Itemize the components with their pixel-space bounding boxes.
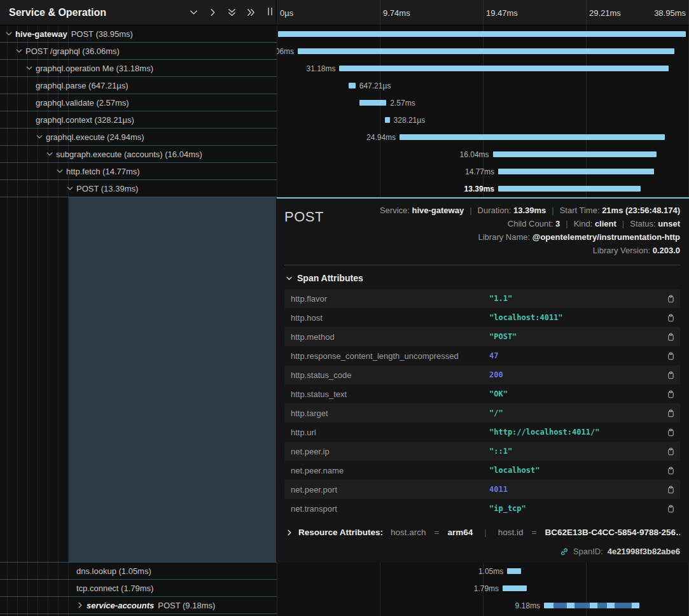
double-chevron-down-icon[interactable] bbox=[227, 8, 237, 17]
span-meta: Service: hive-gateway|Duration: 13.39ms|… bbox=[380, 204, 680, 257]
copy-icon[interactable] bbox=[664, 313, 675, 323]
copy-icon[interactable] bbox=[664, 485, 675, 494]
span-row: hive-gatewayPOST (38.95ms) bbox=[0, 25, 689, 43]
meta-label: Service: bbox=[380, 206, 412, 215]
resource-equals: = bbox=[435, 528, 440, 537]
span-duration-bar[interactable] bbox=[544, 603, 639, 608]
copy-icon[interactable] bbox=[664, 351, 675, 361]
chevron-right-icon[interactable] bbox=[76, 601, 87, 609]
attribute-row: http.target"/" bbox=[284, 403, 680, 423]
resource-key: host.id bbox=[498, 528, 524, 537]
span-timeline-cell: 1.05ms bbox=[277, 563, 689, 580]
chevron-right-icon[interactable] bbox=[208, 8, 218, 17]
span-duration-bar[interactable] bbox=[339, 66, 668, 71]
link-icon[interactable] bbox=[560, 547, 569, 556]
chevron-down-icon[interactable] bbox=[46, 150, 56, 158]
service-name: service-accounts bbox=[87, 601, 154, 610]
span-duration-bar[interactable] bbox=[278, 31, 686, 37]
span-duration-bar[interactable] bbox=[498, 186, 641, 192]
span-meta-line: Library Version: 0.203.0 bbox=[380, 244, 680, 257]
tick-label: 9.74ms bbox=[383, 8, 410, 17]
operation-label: subgraph.execute (accounts) (16.04ms) bbox=[56, 150, 202, 159]
resource-separator: | bbox=[484, 528, 487, 537]
span-duration-bar[interactable] bbox=[498, 169, 654, 174]
copy-icon[interactable] bbox=[664, 389, 675, 399]
span-name-cell[interactable]: graphql.validate (2.57ms) bbox=[0, 94, 277, 111]
meta-value: client bbox=[595, 219, 616, 228]
span-name-cell[interactable]: http.fetch (14.77ms) bbox=[0, 163, 277, 180]
span-name-cell[interactable]: hive-gatewayPOST (38.95ms) bbox=[0, 25, 277, 43]
chevron-down-icon[interactable] bbox=[66, 185, 76, 192]
span-timeline-cell: 9.18ms bbox=[277, 597, 689, 614]
column-resize-handle[interactable] bbox=[268, 8, 272, 15]
attribute-row: http.method"POST" bbox=[284, 327, 680, 346]
copy-icon[interactable] bbox=[664, 466, 675, 475]
chevron-down-icon[interactable] bbox=[5, 30, 15, 38]
copy-icon[interactable] bbox=[664, 332, 675, 342]
attribute-row: net.peer.name"localhost" bbox=[284, 461, 680, 480]
span-duration-label: 647.21µs bbox=[359, 81, 391, 90]
copy-icon[interactable] bbox=[664, 409, 675, 418]
resource-value: arm64 bbox=[447, 528, 473, 537]
attribute-value: "POST" bbox=[489, 332, 664, 341]
copy-icon[interactable] bbox=[664, 294, 675, 304]
span-name-cell[interactable]: graphql.parse (647.21µs) bbox=[0, 77, 277, 94]
span-name-cell[interactable]: POST /graphql (36.06ms) bbox=[0, 43, 277, 60]
span-title: POST bbox=[284, 204, 324, 225]
span-duration-bar[interactable] bbox=[493, 151, 657, 157]
span-duration-bar[interactable] bbox=[298, 48, 674, 54]
copy-icon[interactable] bbox=[664, 428, 675, 437]
chevron-down-icon[interactable] bbox=[25, 64, 36, 72]
attribute-value: "localhost:4011" bbox=[489, 313, 664, 322]
span-duration-bar[interactable] bbox=[400, 134, 665, 140]
tick-label: 38.95ms bbox=[654, 8, 686, 17]
span-meta-line: Child Count: 3|Kind: client|Status: unse… bbox=[380, 217, 680, 230]
operation-label: graphql.parse (647.21µs) bbox=[36, 81, 129, 90]
span-attributes-toggle[interactable]: Span Attributes bbox=[286, 273, 680, 283]
meta-label: Start Time: bbox=[560, 206, 602, 215]
span-name-cell[interactable]: graphql.context (328.21µs) bbox=[0, 111, 277, 129]
span-duration-bar[interactable] bbox=[385, 117, 389, 123]
span-name-cell[interactable]: graphql.operation Me (31.18ms) bbox=[0, 60, 277, 77]
detail-divider bbox=[284, 265, 680, 265]
resource-attributes-toggle[interactable]: Resource Attributes:host.arch=arm64|host… bbox=[284, 528, 680, 537]
span-name-cell[interactable]: subgraph.execute (accounts) (16.04ms) bbox=[0, 146, 277, 163]
double-chevron-right-icon[interactable] bbox=[246, 8, 256, 17]
span-name-cell[interactable]: graphql.execute (24.94ms) bbox=[0, 129, 277, 146]
meta-separator: | bbox=[470, 206, 471, 215]
span-timeline-cell: 24.94ms bbox=[277, 129, 689, 146]
span-duration-bar[interactable] bbox=[359, 100, 387, 106]
chevron-down-icon[interactable] bbox=[189, 8, 198, 17]
meta-label: Status: bbox=[630, 219, 658, 228]
attribute-value: "1.1" bbox=[489, 294, 664, 303]
resource-key: host.arch bbox=[391, 528, 426, 537]
chevron-down-icon[interactable] bbox=[56, 167, 66, 175]
span-meta-line: Library Name: @opentelemetry/instrumenta… bbox=[380, 230, 680, 244]
span-timeline-cell: 328.21µs bbox=[277, 111, 689, 129]
span-duration-label: 328.21µs bbox=[394, 116, 426, 125]
span-name-cell[interactable]: service-accountsPOST (9.18ms) bbox=[0, 597, 277, 614]
span-detail-panel: POST Service: hive-gateway|Duration: 13.… bbox=[277, 197, 689, 563]
meta-value: 0.203.0 bbox=[653, 246, 680, 255]
copy-icon[interactable] bbox=[664, 504, 675, 514]
meta-value: unset bbox=[658, 219, 680, 228]
span-duration-label: 24.94ms bbox=[366, 133, 396, 142]
copy-icon[interactable] bbox=[664, 370, 675, 380]
span-duration-bar[interactable] bbox=[507, 568, 520, 574]
meta-value: 3 bbox=[555, 219, 560, 228]
span-name-cell[interactable]: dns.lookup (1.05ms) bbox=[0, 563, 277, 580]
span-duration-bar[interactable] bbox=[503, 585, 527, 591]
resource-equals: = bbox=[532, 528, 537, 537]
chevron-down-icon[interactable] bbox=[15, 47, 25, 55]
operation-label: graphql.operation Me (31.18ms) bbox=[36, 64, 153, 73]
span-name-cell[interactable]: POST (13.39ms) bbox=[0, 180, 277, 197]
span-name-cell[interactable]: tcp.connect (1.79ms) bbox=[0, 580, 277, 597]
attribute-row: http.host"localhost:4011" bbox=[284, 308, 680, 327]
span-duration-bar[interactable] bbox=[349, 83, 356, 88]
attribute-row: http.status_code200 bbox=[284, 365, 680, 384]
span-row: graphql.execute (24.94ms)24.94ms bbox=[0, 129, 689, 146]
chevron-down-icon[interactable] bbox=[36, 133, 46, 141]
copy-icon[interactable] bbox=[664, 447, 675, 456]
attribute-row: http.status_text"OK" bbox=[284, 384, 680, 403]
span-row: http.fetch (14.77ms)14.77ms bbox=[0, 163, 689, 180]
